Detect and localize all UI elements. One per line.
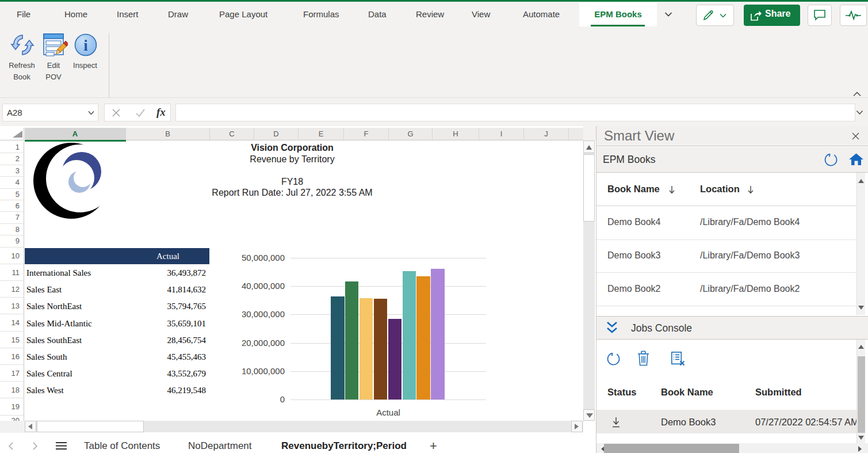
svg-text:i: i bbox=[83, 37, 88, 54]
